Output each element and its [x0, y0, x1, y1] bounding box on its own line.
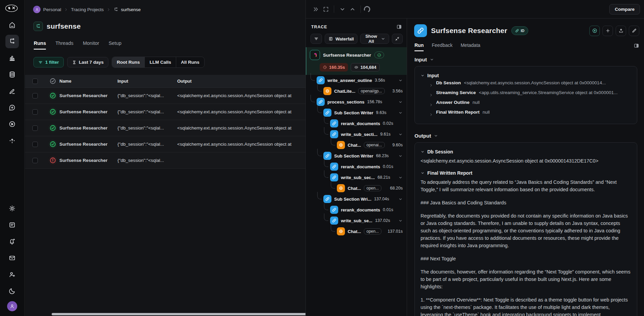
trace-node-chain[interactable]: rerank_documents0.01s [306, 161, 407, 172]
segment-root-runs[interactable]: Root Runs [112, 57, 145, 67]
run-table-row[interactable]: Surfsense Researcher{"db_session":"<sqla… [25, 120, 305, 136]
show-all-dropdown[interactable]: Show All [360, 34, 389, 44]
date-range-chip[interactable]: Last 7 days [67, 57, 109, 67]
sidebar-item-home[interactable] [5, 18, 19, 32]
chevron-down-icon[interactable] [398, 154, 403, 158]
waterfall-button[interactable]: Waterfall [325, 34, 357, 44]
chevron-right-icon [429, 103, 433, 107]
chevron-down-icon[interactable] [398, 100, 403, 104]
segment-llm-calls[interactable]: LLM Calls [145, 57, 176, 67]
run-table-row[interactable]: Surfsense Researcher{"db_session":"<sqla… [25, 88, 305, 104]
trace-node-chain[interactable]: Sub Section Wri...137.04s [306, 194, 407, 204]
chevron-down-icon[interactable] [398, 111, 403, 115]
langsmith-logo[interactable] [5, 4, 18, 13]
trace-node-chain[interactable]: rerank_documents0.01s [306, 204, 407, 215]
user-avatar[interactable] [7, 301, 17, 311]
previous-run-icon[interactable] [347, 4, 357, 14]
mail-icon [8, 254, 16, 262]
compare-button[interactable]: Compare [609, 4, 640, 15]
trace-root-run[interactable]: Surfsense Researcher 160.35s 104,684 [306, 47, 407, 75]
tab-threads[interactable]: Threads [55, 40, 73, 50]
sidebar-item-settings[interactable] [5, 202, 19, 215]
select-all-checkbox[interactable] [32, 79, 38, 84]
input-field-row[interactable]: Answer Outlinenull [421, 100, 631, 110]
deployments-icon [8, 137, 16, 144]
sidebar-item-documentation[interactable] [5, 218, 19, 232]
chevron-down-icon[interactable] [398, 175, 403, 180]
tab-run[interactable]: Run [414, 42, 424, 51]
tab-metadata[interactable]: Metadata [461, 42, 480, 51]
tab-runs[interactable]: Runs [34, 40, 46, 50]
trace-node-chain[interactable]: Sub Section Writer9.63s [306, 107, 407, 118]
tab-monitor[interactable]: Monitor [83, 40, 99, 50]
row-checkbox[interactable] [32, 109, 38, 115]
expand-fullscreen-icon[interactable] [321, 4, 331, 14]
output-section-header[interactable]: Output [414, 133, 637, 139]
breadcrumb-personal[interactable]: Personal [43, 7, 61, 12]
breadcrumb-project[interactable]: surfsense [113, 7, 141, 12]
sidebar-item-notifications[interactable] [5, 235, 19, 248]
panel-split-icon[interactable] [634, 43, 639, 51]
trace-node-llm[interactable]: ChatLite...openai/gp...3.56s [306, 86, 407, 96]
tab-setup[interactable]: Setup [109, 40, 122, 50]
copy-run-id-button[interactable]: ID [511, 26, 528, 35]
trace-filter-button[interactable] [311, 34, 322, 44]
filter-count-chip[interactable]: 1 filter [33, 57, 64, 67]
output-field-header[interactable]: Db Session [421, 149, 631, 154]
input-section-header[interactable]: Input [414, 57, 637, 62]
chain-link-icon [330, 217, 338, 225]
run-table-row[interactable]: Surfsense Researcher{"db_session":"<sqla… [25, 152, 305, 169]
sidebar-item-annotation-queues[interactable] [5, 84, 19, 98]
collapse-all-button[interactable] [392, 34, 403, 44]
trace-node-chain[interactable]: Sub Section Writer68.23s [306, 150, 407, 161]
trace-node-chain[interactable]: write_sub_se...137.02s [306, 215, 407, 226]
sidebar-item-playground[interactable] [5, 117, 19, 131]
chevron-right-icon [64, 7, 68, 12]
chevron-down-icon[interactable] [398, 197, 403, 201]
run-table-row[interactable]: Surfsense Researcher{"db_session":"<sqla… [25, 136, 305, 152]
row-checkbox[interactable] [32, 125, 38, 131]
sidebar-item-datasets[interactable] [5, 68, 19, 81]
sidebar-item-inbox[interactable] [5, 251, 19, 265]
share-run-button[interactable] [616, 26, 626, 36]
trace-node-chain[interactable]: write_sub_sec...68.21s [306, 172, 407, 183]
trace-node-llm[interactable]: Chat...open...137.01s [306, 226, 407, 237]
hourglass-icon [72, 60, 77, 65]
collapse-panel-icon[interactable] [311, 4, 321, 14]
input-field-row[interactable]: Final Written Reportnull [421, 110, 631, 119]
chevron-down-icon[interactable] [398, 78, 403, 83]
next-run-icon[interactable] [337, 4, 347, 14]
tokens-icon [354, 65, 358, 69]
open-in-playground-button[interactable] [589, 26, 600, 36]
horizontal-scrollbar[interactable] [52, 313, 328, 315]
chevron-down-icon[interactable] [398, 219, 403, 223]
sidebar-item-prompts[interactable] [5, 101, 19, 114]
input-field-row[interactable]: Streaming Service<app.utils.streaming_se… [421, 90, 631, 100]
sidebar-item-tracing-projects[interactable] [5, 35, 19, 48]
trace-node-chain[interactable]: rerank_documents0.02s [306, 118, 407, 129]
panel-split-icon[interactable] [396, 24, 402, 30]
run-table-row[interactable]: Surfsense Researcher{"db_session":"<sqla… [25, 104, 305, 120]
row-checkbox[interactable] [32, 93, 38, 98]
annotate-run-button[interactable] [629, 26, 639, 36]
person-icon [9, 304, 15, 309]
chevron-down-icon[interactable] [398, 132, 403, 137]
input-root-node[interactable]: Input [421, 71, 631, 80]
tab-feedback[interactable]: Feedback [432, 42, 452, 51]
output-field-header[interactable]: Final Written Report [421, 170, 631, 176]
segment-all-runs[interactable]: All Runs [176, 57, 204, 67]
input-field-row[interactable]: Db Session<sqlalchemy.ext.asyncio.sessio… [421, 80, 631, 90]
output-text: ### Next Toggle [421, 255, 631, 262]
add-to-dataset-button[interactable] [602, 26, 613, 36]
row-checkbox[interactable] [32, 142, 38, 147]
sidebar-item-deployments[interactable] [5, 134, 19, 147]
workspace-avatar[interactable] [33, 6, 41, 13]
sidebar-item-dashboards[interactable] [5, 51, 19, 65]
breadcrumb-tracing-projects[interactable]: Tracing Projects [71, 7, 104, 12]
trace-node-chain[interactable]: write_sub_secti...9.61s [306, 129, 407, 140]
sidebar-item-dark-mode-toggle[interactable] [5, 284, 19, 298]
sidebar-item-invite-user[interactable] [5, 268, 19, 281]
model-badge: openai/gp... [358, 88, 385, 94]
row-checkbox[interactable] [32, 158, 38, 163]
filter-icon [314, 36, 319, 41]
